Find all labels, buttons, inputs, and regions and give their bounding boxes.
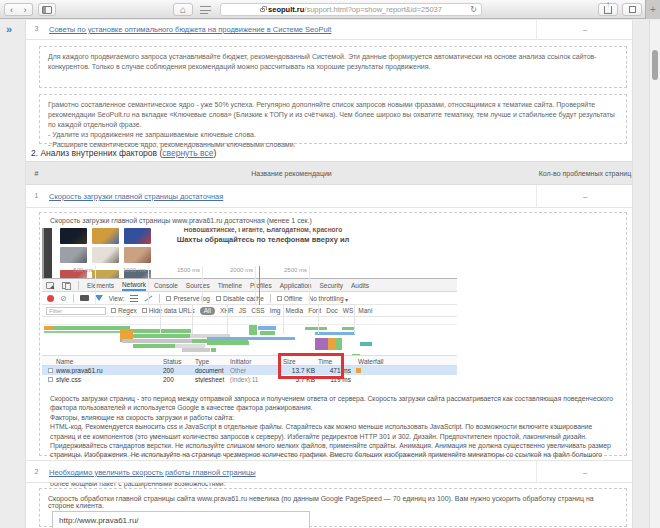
pagespeed-text: Скорость обработки главной страницы сайт…: [48, 495, 618, 509]
forward-button[interactable]: ›: [18, 3, 33, 16]
request-cell: 200: [163, 376, 191, 383]
waterfall-bar: [122, 339, 192, 343]
tip-line: - Удалите из продвижения не запрашиваемы…: [48, 130, 618, 140]
url-field[interactable]: seopult.ru/support.html?op=show_report&i…: [220, 3, 482, 16]
checkbox-icon: [142, 308, 147, 313]
waterfall-bar: [207, 337, 295, 340]
waterfall-bar: [360, 342, 372, 346]
waterfall-bar: [336, 338, 342, 350]
recommendation-row-3: 3 Советы по установке оптимального бюдже…: [26, 20, 633, 40]
home-icon: ⌂: [180, 4, 186, 15]
problem-count: –: [536, 192, 633, 201]
column-line: [318, 305, 319, 334]
type-filter-css[interactable]: CSS: [251, 307, 264, 314]
record-network-icon[interactable]: [47, 295, 54, 302]
checkbox-icon: [216, 296, 221, 301]
devtools-tab-profiles[interactable]: Profiles: [250, 280, 272, 290]
collapse-all-link[interactable]: свернуть все: [162, 148, 213, 158]
type-filter-font[interactable]: Font: [308, 307, 321, 314]
plus-icon: +: [650, 4, 656, 15]
request-cell: document: [195, 367, 226, 374]
photo-thumbnail: [92, 270, 119, 278]
requests-table-header: NameStatusTypeInitiatorSizeTimeWaterfall: [42, 355, 457, 366]
site-text-line-2: Шахты обращайтесь по телефонам вверху ил: [167, 235, 359, 244]
request-column-header-type[interactable]: Type: [195, 358, 209, 365]
ruler-tick-label: 1000 ms: [116, 267, 146, 273]
devtools-tab-application[interactable]: Application: [280, 280, 312, 290]
request-cell: (index):11: [230, 376, 280, 383]
row-number: 1: [26, 192, 47, 199]
file-icon: [48, 368, 53, 373]
home-button[interactable]: ⌂: [173, 3, 193, 16]
request-column-header-waterfall[interactable]: Waterfall: [358, 358, 383, 365]
devtools-tab-console[interactable]: Console: [154, 280, 178, 290]
devtools-tab-elements[interactable]: Elements: [87, 280, 114, 290]
checkbox-label: Hide data URLs: [149, 307, 195, 314]
scrollbar-thumb[interactable]: [652, 50, 658, 80]
type-filter-mani[interactable]: Mani: [358, 307, 372, 314]
checkbox-offline[interactable]: Offline: [277, 295, 303, 302]
checkbox-regex[interactable]: Regex: [111, 307, 137, 314]
request-column-header-status[interactable]: Status: [163, 358, 181, 365]
inspect-element-icon[interactable]: [46, 282, 54, 289]
column-line: [192, 305, 193, 334]
semantic-core-tip-box: Грамотно составленное семантическое ядро…: [39, 94, 627, 144]
request-row[interactable]: style.css200stylesheet(index):115.7 KB11…: [42, 375, 457, 384]
type-filter-img[interactable]: Img: [270, 307, 281, 314]
back-button[interactable]: ‹: [4, 3, 19, 16]
clear-icon[interactable]: ⊘: [60, 295, 67, 302]
checkbox-disable-cache[interactable]: Disable cache: [216, 295, 264, 302]
sidebar-toggle-button[interactable]: [38, 3, 56, 16]
devtools-tab-sources[interactable]: Sources: [186, 280, 210, 290]
device-toolbar-icon[interactable]: [62, 282, 70, 289]
type-filter-all[interactable]: All: [200, 307, 215, 315]
row-number: 2: [26, 468, 47, 475]
ruler-gridline: [95, 266, 96, 305]
recommendation-link[interactable]: Советы по установке оптимального бюджета…: [49, 25, 331, 34]
checkbox-preserve-log[interactable]: Preserve log: [166, 295, 210, 302]
request-column-header-name[interactable]: Name: [56, 358, 73, 365]
share-button[interactable]: [598, 3, 618, 16]
devtools-tab-audits[interactable]: Audits: [351, 280, 369, 290]
column-line: [354, 305, 355, 334]
type-filter-ws[interactable]: WS: [343, 307, 353, 314]
request-cell: 200: [163, 367, 191, 374]
expand-sidebar-chevron[interactable]: »: [6, 23, 12, 35]
waterfall-bar: [249, 325, 257, 335]
chevron-down-icon[interactable]: ▾: [345, 296, 348, 303]
file-icon: [48, 377, 53, 382]
request-column-header-initiator[interactable]: Initiator: [230, 358, 251, 365]
filter-input[interactable]: Filter: [46, 307, 106, 315]
request-row[interactable]: www.prava61.ru200documentOther13.7 KB471…: [42, 366, 457, 375]
url-result-box: http://www.prava61.ru/: [52, 511, 310, 528]
type-filter-js[interactable]: JS: [239, 307, 247, 314]
ruler-gridline: [309, 266, 310, 305]
column-line: [160, 305, 161, 334]
devtools-tab-bar: ElementsNetworkConsoleSourcesTimelinePro…: [42, 279, 457, 292]
pagespeed-detail-box: Скорость обработки главной страницы сайт…: [39, 488, 627, 527]
ruler-gridline: [255, 266, 256, 305]
screenshot-capture-icon[interactable]: [80, 295, 89, 301]
type-filter-media[interactable]: Media: [285, 307, 303, 314]
waterfall-bar: [342, 327, 354, 330]
recommendation-link[interactable]: Скорость загрузки главной страницы доста…: [49, 192, 223, 201]
new-tab-button[interactable]: +: [645, 0, 660, 19]
type-filter-doc[interactable]: Doc: [326, 307, 338, 314]
reader-list-icon[interactable]: [200, 6, 211, 14]
devtools-tab-network[interactable]: Network: [122, 279, 146, 291]
recommendation-link[interactable]: Необходимо увеличить скорость работы гла…: [49, 468, 256, 477]
waterfall-bar: [315, 338, 328, 350]
devtools-tab-security[interactable]: Security: [320, 280, 343, 290]
ruler-gridline: [148, 266, 149, 305]
reload-icon[interactable]: ↻: [470, 5, 477, 14]
problem-count: –: [536, 468, 633, 477]
list-view-icon[interactable]: [130, 295, 138, 302]
browser-scrollbar[interactable]: [649, 20, 660, 528]
site-text-line-1: Новошахтинске, Гиганте, Благодатном, Кра…: [167, 228, 359, 233]
throttling-select[interactable]: No throttling: [308, 295, 343, 302]
devtools-tab-timeline[interactable]: Timeline: [218, 280, 242, 290]
checkbox-hide-data-urls[interactable]: Hide data URLs: [142, 307, 195, 314]
show-tabs-button[interactable]: [622, 3, 642, 16]
ruler-gridline: [202, 266, 203, 305]
column-line: [227, 305, 228, 334]
